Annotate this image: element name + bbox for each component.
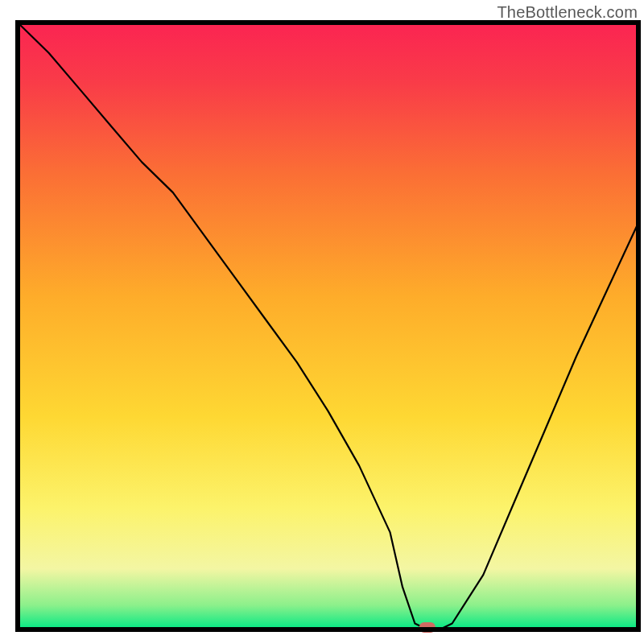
watermark-text: TheBottleneck.com	[497, 3, 638, 22]
bottleneck-chart	[0, 0, 644, 644]
plot-background	[18, 23, 638, 630]
